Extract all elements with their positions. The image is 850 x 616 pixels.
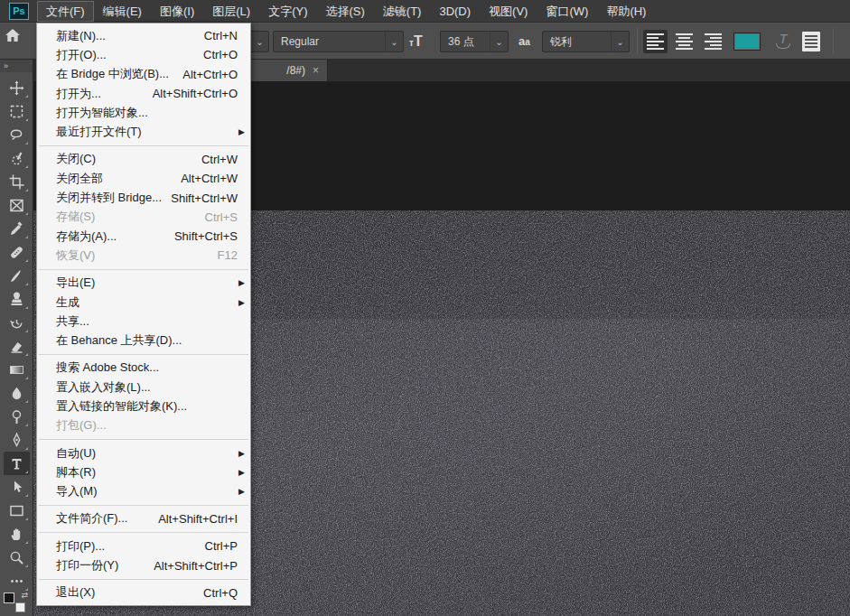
toggle-panels-icon[interactable] <box>802 32 820 51</box>
menu-item-shortcut: F12 <box>218 248 245 262</box>
menu-item[interactable]: 关闭(C)Ctrl+W <box>37 150 250 169</box>
menubar-item-10[interactable]: 窗口(W) <box>537 1 597 22</box>
history-brush-tool-icon[interactable] <box>4 311 30 334</box>
menu-item[interactable]: 导入(M)▶ <box>37 482 250 501</box>
menu-item[interactable]: 生成▶ <box>37 293 250 312</box>
menu-item[interactable]: 打开为智能对象... <box>37 103 250 122</box>
crop-tool-icon[interactable] <box>4 170 30 193</box>
menu-item[interactable]: 搜索 Adobe Stock... <box>37 359 250 378</box>
menu-item: 存储(S)Ctrl+S <box>37 208 250 227</box>
menubar-item-3[interactable]: 图像(I) <box>151 1 203 22</box>
marquee-tool-icon[interactable] <box>4 99 30 123</box>
zoom-tool-icon[interactable] <box>4 546 30 569</box>
menu-item[interactable]: 打印一份(Y)Alt+Shift+Ctrl+P <box>37 555 250 574</box>
font-style-select[interactable]: Regular⌄ <box>273 31 404 52</box>
chevron-down-icon: ⌄ <box>250 32 268 51</box>
menu-item-shortcut: Ctrl+Q <box>203 586 245 600</box>
eraser-tool-icon[interactable] <box>4 334 30 358</box>
move-tool-icon[interactable] <box>4 76 30 99</box>
brush-tool-icon[interactable] <box>4 264 30 287</box>
menu-item-label: 在 Bridge 中浏览(B)... <box>56 66 182 82</box>
align-center-button[interactable] <box>672 30 696 53</box>
chevron-down-icon: ⌄ <box>490 32 508 51</box>
rectangle-tool-icon[interactable] <box>4 499 30 522</box>
menubar-item-7[interactable]: 滤镜(T) <box>374 1 431 22</box>
menu-item-shortcut: Shift+Ctrl+S <box>174 229 245 243</box>
menu-item[interactable]: 文件简介(F)...Alt+Shift+Ctrl+I <box>37 509 250 528</box>
menu-item-label: 搜索 Adobe Stock... <box>56 359 245 376</box>
eyedropper-tool-icon[interactable] <box>4 217 30 240</box>
text-color-swatch[interactable] <box>733 33 761 51</box>
menu-item[interactable]: 脚本(R)▶ <box>37 462 250 481</box>
menubar-item-11[interactable]: 帮助(H) <box>597 1 655 22</box>
menu-item-label: 打包(G)... <box>56 417 245 434</box>
anti-alias-icon: aa <box>518 34 530 48</box>
menubar-item-9[interactable]: 视图(V) <box>480 1 537 22</box>
foreground-color-swatch[interactable] <box>4 593 14 603</box>
menu-item: 打包(G)... <box>37 416 250 435</box>
menubar-item-6[interactable]: 选择(S) <box>316 1 373 22</box>
anti-alias-select[interactable]: 锐利⌄ <box>542 31 630 52</box>
home-icon[interactable] <box>0 23 25 47</box>
frame-tool-icon[interactable] <box>4 193 30 217</box>
menu-item-label: 关闭并转到 Bridge... <box>56 190 171 206</box>
background-color-swatch[interactable] <box>15 602 25 612</box>
quick-select-tool-icon[interactable] <box>4 146 30 170</box>
lasso-tool-icon[interactable] <box>4 123 30 146</box>
pen-tool-icon[interactable] <box>4 428 30 452</box>
warp-text-icon[interactable]: T <box>773 32 793 51</box>
submenu-arrow-icon: ▶ <box>238 487 245 496</box>
blur-tool-icon[interactable] <box>4 381 30 405</box>
collapse-panel-icon[interactable]: » <box>0 60 33 72</box>
align-right-button[interactable] <box>701 30 725 53</box>
menu-item-shortcut: Alt+Ctrl+W <box>181 172 245 185</box>
menu-item-label: 打开(O)... <box>56 47 203 63</box>
menu-separator <box>39 505 248 506</box>
menu-item[interactable]: 关闭并转到 Bridge...Shift+Ctrl+W <box>37 188 250 207</box>
color-swatches[interactable]: ⇄ <box>4 593 27 612</box>
menu-item-shortcut: Shift+Ctrl+W <box>171 191 245 205</box>
menu-item[interactable]: 打印(P)...Ctrl+P <box>37 537 250 555</box>
menu-item-label: 置入链接的智能对象(K)... <box>56 398 245 415</box>
font-size-select[interactable]: 36 点⌄ <box>440 31 509 52</box>
healing-tool-icon[interactable] <box>4 240 30 264</box>
path-select-tool-icon[interactable] <box>4 475 30 499</box>
tool-panel: » ⇄ <box>0 60 33 616</box>
menu-item[interactable]: 新建(N)...Ctrl+N <box>37 26 250 45</box>
menu-item-shortcut: Ctrl+S <box>205 210 245 224</box>
hand-tool-icon[interactable] <box>4 522 30 546</box>
menu-item[interactable]: 自动(U)▶ <box>37 443 250 462</box>
close-icon[interactable]: × <box>313 64 319 77</box>
menu-item-shortcut: Ctrl+P <box>205 539 245 553</box>
menubar-item-5[interactable]: 文字(Y) <box>259 1 316 22</box>
menu-item[interactable]: 置入链接的智能对象(K)... <box>37 397 250 415</box>
swap-colors-icon[interactable]: ⇄ <box>21 591 28 600</box>
ps-logo[interactable]: Ps <box>9 3 29 20</box>
more-tools-icon[interactable] <box>4 569 30 593</box>
align-left-button[interactable] <box>643 30 668 53</box>
menu-item[interactable]: 打开为...Alt+Shift+Ctrl+O <box>37 84 250 103</box>
chevron-down-icon: ⌄ <box>385 32 403 51</box>
menu-separator <box>39 354 248 355</box>
menu-item-label: 在 Behance 上共享(D)... <box>56 332 245 349</box>
gradient-tool-icon[interactable] <box>4 358 30 381</box>
menubar-item-4[interactable]: 图层(L) <box>203 1 259 22</box>
menu-item[interactable]: 在 Behance 上共享(D)... <box>37 331 250 350</box>
menu-item[interactable]: 存储为(A)...Shift+Ctrl+S <box>37 227 250 246</box>
stamp-tool-icon[interactable] <box>4 287 30 311</box>
menu-item[interactable]: 导出(E)▶ <box>37 274 250 293</box>
type-tool-icon[interactable] <box>4 452 30 475</box>
menu-item[interactable]: 置入嵌入对象(L)... <box>37 378 250 397</box>
menu-item[interactable]: 共享... <box>37 312 250 331</box>
menu-item[interactable]: 退出(X)Ctrl+Q <box>37 583 250 602</box>
menu-item[interactable]: 最近打开文件(T)▶ <box>37 122 250 141</box>
menu-item[interactable]: 在 Bridge 中浏览(B)...Alt+Ctrl+O <box>37 65 250 84</box>
menubar-item-1[interactable]: 文件(F) <box>37 1 94 22</box>
menu-item-label: 存储为(A)... <box>56 229 174 245</box>
menu-item[interactable]: 关闭全部Alt+Ctrl+W <box>37 169 250 188</box>
menu-item[interactable]: 打开(O)...Ctrl+O <box>37 45 250 64</box>
separator <box>637 28 638 54</box>
menubar-item-8[interactable]: 3D(D) <box>430 1 480 22</box>
menubar-item-2[interactable]: 编辑(E) <box>94 1 151 22</box>
dodge-tool-icon[interactable] <box>4 405 30 428</box>
